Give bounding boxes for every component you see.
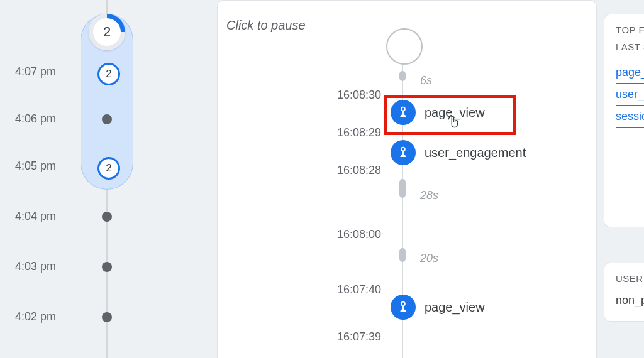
time-gap-label: 6s bbox=[420, 74, 432, 87]
mini-time-label: 4:07 pm bbox=[15, 65, 56, 79]
event-timestamp: 16:07:40 bbox=[306, 283, 381, 296]
focus-minute-node[interactable]: 2 bbox=[89, 14, 125, 50]
mini-timeline-row[interactable]: 4:07 pm2 bbox=[0, 72, 164, 73]
focus-minute-count: 2 bbox=[93, 18, 121, 46]
mini-timeline-row[interactable]: 4:05 pm2 bbox=[0, 166, 164, 167]
mini-node-dot[interactable] bbox=[102, 212, 112, 222]
top-event-row[interactable]: session_start bbox=[616, 106, 644, 128]
svg-point-2 bbox=[401, 302, 405, 306]
cursor-pointer-icon bbox=[447, 116, 460, 131]
mini-node-dot[interactable] bbox=[102, 114, 112, 124]
mini-node-count[interactable]: 2 bbox=[97, 63, 120, 85]
mini-time-label: 4:03 pm bbox=[15, 260, 56, 273]
top-event-row[interactable]: user_engagement bbox=[616, 84, 644, 106]
gap-segment-icon bbox=[399, 179, 406, 198]
mini-time-label: 4:06 pm bbox=[15, 112, 56, 126]
event-timestamp: 16:08:30 bbox=[306, 89, 381, 102]
event-timestamp: 16:08:00 bbox=[306, 228, 381, 241]
gap-segment-icon bbox=[399, 71, 406, 81]
event-label: page_view bbox=[425, 300, 485, 315]
event-row[interactable]: user_engagement bbox=[391, 140, 526, 165]
mini-node-dot[interactable] bbox=[102, 312, 112, 322]
user-properties-card: USER PROPERTIES non_personalized_ads bbox=[604, 263, 644, 322]
mini-time-label: 4:05 pm bbox=[15, 160, 56, 173]
top-events-subtitle: LAST 30 MINUTES bbox=[616, 41, 644, 52]
event-stream-panel[interactable]: Click to pause 16:08:3016:08:2916:08:281… bbox=[217, 0, 597, 358]
mini-node-dot[interactable] bbox=[102, 262, 112, 272]
user-properties-title: USER PROPERTIES bbox=[616, 273, 644, 284]
left-mini-timeline: 2 4:07 pm24:06 pm4:05 pm24:04 pm4:03 pm4… bbox=[0, 0, 164, 358]
right-side-cards: TOP EVENTS LAST 30 MINUTES page_view use… bbox=[604, 0, 644, 358]
mini-timeline-row[interactable]: 4:04 pm bbox=[0, 217, 164, 217]
mini-time-label: 4:02 pm bbox=[15, 310, 56, 323]
mini-node-count[interactable]: 2 bbox=[97, 157, 120, 180]
top-events-title: TOP EVENTS bbox=[616, 24, 644, 35]
touch-event-icon bbox=[391, 140, 416, 165]
mini-timeline-row[interactable]: 4:03 pm bbox=[0, 267, 164, 268]
top-event-row[interactable]: page_view bbox=[616, 62, 644, 84]
event-label: user_engagement bbox=[425, 146, 526, 160]
mini-time-label: 4:04 pm bbox=[15, 210, 56, 223]
touch-event-icon bbox=[391, 295, 416, 320]
event-timestamp: 16:07:39 bbox=[306, 330, 381, 344]
svg-point-1 bbox=[401, 148, 405, 151]
gap-segment-icon bbox=[399, 248, 406, 262]
event-row[interactable]: page_view bbox=[391, 295, 485, 320]
event-timestamp: 16:08:29 bbox=[306, 126, 381, 139]
pause-hint: Click to pause bbox=[226, 18, 306, 33]
event-timestamp: 16:08:28 bbox=[306, 164, 381, 177]
time-gap-label: 20s bbox=[420, 252, 438, 265]
mini-timeline-row[interactable]: 4:06 pm bbox=[0, 119, 164, 120]
mini-timeline-row[interactable]: 4:02 pm bbox=[0, 317, 164, 318]
user-property-row[interactable]: non_personalized_ads bbox=[616, 290, 644, 311]
stream-head-icon bbox=[386, 28, 423, 65]
top-events-card: TOP EVENTS LAST 30 MINUTES page_view use… bbox=[604, 14, 644, 227]
time-gap-label: 28s bbox=[420, 189, 438, 202]
